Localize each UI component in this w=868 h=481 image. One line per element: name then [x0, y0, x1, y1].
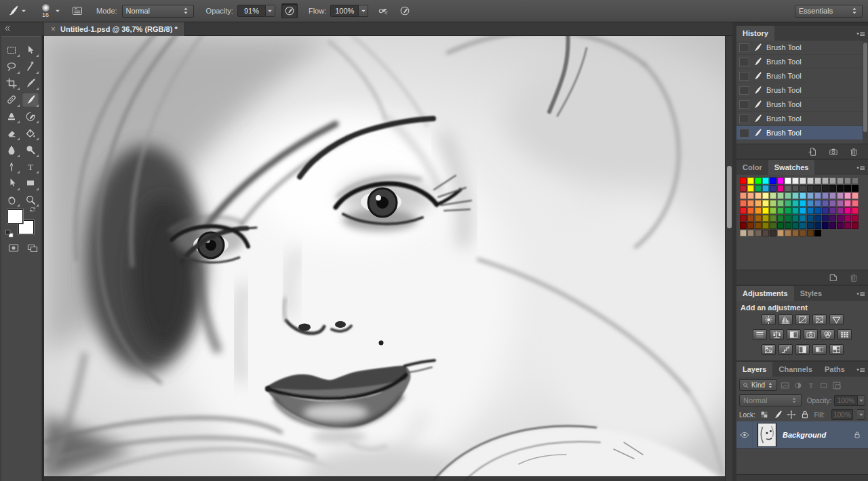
- default-colors-icon[interactable]: [5, 229, 14, 238]
- color-swatch[interactable]: [844, 222, 851, 229]
- color-swatch[interactable]: [807, 215, 814, 222]
- color-swatch[interactable]: [814, 200, 821, 207]
- color-swatch[interactable]: [814, 222, 821, 229]
- type-tool[interactable]: T: [22, 159, 39, 174]
- color-swatch[interactable]: [755, 177, 762, 184]
- delete-state-trash-icon[interactable]: [849, 147, 859, 156]
- panel-menu-icon[interactable]: [856, 366, 865, 375]
- threshold-adjustment-button[interactable]: [795, 344, 810, 355]
- color-swatch[interactable]: [740, 192, 747, 199]
- blur-tool[interactable]: [3, 142, 20, 158]
- delete-swatch-trash-icon[interactable]: [849, 273, 859, 283]
- color-swatch[interactable]: [800, 222, 806, 229]
- color-swatch[interactable]: [837, 185, 844, 192]
- color-swatch[interactable]: [814, 207, 821, 214]
- canvas-artwork[interactable]: [44, 36, 725, 481]
- color-swatch[interactable]: [762, 215, 769, 222]
- color-swatch[interactable]: [785, 207, 791, 214]
- color-swatch[interactable]: [770, 177, 776, 184]
- color-swatch[interactable]: [807, 207, 814, 214]
- color-balance-adjustment-button[interactable]: [770, 329, 784, 340]
- color-swatch[interactable]: [777, 192, 784, 199]
- color-swatch[interactable]: [837, 192, 844, 199]
- new-snapshot-camera-icon[interactable]: [829, 147, 838, 156]
- black-white-adjustment-button[interactable]: [787, 329, 801, 340]
- color-swatch[interactable]: [770, 200, 776, 207]
- color-swatch[interactable]: [792, 177, 799, 184]
- color-swatch[interactable]: [777, 200, 784, 207]
- color-swatch[interactable]: [740, 200, 747, 207]
- dodge-tool[interactable]: [22, 142, 39, 158]
- tab-styles[interactable]: Styles: [794, 286, 828, 301]
- color-swatch[interactable]: [777, 222, 784, 229]
- color-swatch[interactable]: [814, 215, 821, 222]
- color-swatch[interactable]: [800, 185, 806, 192]
- lock-pixels-brush-icon[interactable]: [773, 410, 783, 419]
- color-swatch[interactable]: [852, 222, 859, 229]
- color-swatch[interactable]: [852, 215, 859, 222]
- color-swatch[interactable]: [747, 222, 754, 229]
- gradient-map-adjustment-button[interactable]: [812, 344, 827, 355]
- color-swatch[interactable]: [785, 222, 791, 229]
- color-swatch[interactable]: [829, 215, 836, 222]
- opacity-caret-button[interactable]: [266, 5, 275, 17]
- history-source-checkbox[interactable]: [739, 86, 749, 95]
- color-swatch[interactable]: [829, 177, 836, 184]
- color-swatch[interactable]: [740, 222, 747, 229]
- crop-tool[interactable]: [3, 75, 20, 91]
- history-state-row[interactable]: Brush Tool: [736, 69, 863, 83]
- color-swatch[interactable]: [785, 192, 791, 199]
- color-swatch[interactable]: [829, 192, 836, 199]
- clone-stamp-tool[interactable]: [3, 108, 20, 124]
- tab-paths[interactable]: Paths: [818, 362, 851, 377]
- color-swatch[interactable]: [770, 192, 776, 199]
- posterize-adjustment-button[interactable]: [778, 344, 793, 355]
- curves-adjustment-button[interactable]: [795, 314, 810, 325]
- history-state-row[interactable]: Brush Tool: [736, 98, 863, 112]
- color-swatch[interactable]: [852, 177, 859, 184]
- color-swatch[interactable]: [807, 222, 814, 229]
- color-swatch[interactable]: [814, 230, 821, 236]
- current-tool-preview[interactable]: [7, 5, 27, 17]
- color-swatch[interactable]: [844, 207, 851, 214]
- scrollbar-thumb[interactable]: [727, 166, 732, 228]
- color-swatch[interactable]: [837, 200, 844, 207]
- spot-healing-brush-tool[interactable]: [3, 92, 20, 108]
- color-swatch[interactable]: [792, 200, 799, 207]
- invert-adjustment-button[interactable]: [762, 344, 776, 355]
- tab-history[interactable]: History: [736, 26, 774, 41]
- tab-layers[interactable]: Layers: [736, 362, 772, 377]
- history-state-row[interactable]: Brush Tool: [736, 83, 863, 98]
- path-selection-tool[interactable]: [3, 175, 20, 191]
- color-swatch[interactable]: [800, 215, 806, 222]
- color-swatch[interactable]: [822, 200, 829, 207]
- tablet-pressure-opacity-button[interactable]: [281, 3, 298, 18]
- color-swatch[interactable]: [755, 207, 762, 214]
- layer-opacity-caret[interactable]: [858, 395, 865, 406]
- color-swatch[interactable]: [792, 185, 799, 192]
- rectangular-marquee-tool[interactable]: [3, 42, 20, 58]
- color-swatch[interactable]: [822, 207, 829, 214]
- color-swatch[interactable]: [770, 230, 776, 236]
- history-brush-tool[interactable]: [22, 108, 39, 124]
- eraser-tool[interactable]: [3, 125, 20, 141]
- history-source-checkbox[interactable]: [739, 58, 749, 66]
- lasso-tool[interactable]: [3, 59, 20, 75]
- color-swatch[interactable]: [747, 215, 754, 222]
- tab-color[interactable]: Color: [736, 160, 768, 175]
- color-swatch[interactable]: [740, 177, 747, 184]
- filter-image-layers-icon[interactable]: [781, 381, 790, 390]
- color-swatch[interactable]: [762, 200, 769, 207]
- color-swatch[interactable]: [807, 200, 814, 207]
- color-swatch[interactable]: [800, 207, 806, 214]
- history-source-checkbox[interactable]: [739, 114, 749, 123]
- color-swatch[interactable]: [822, 215, 829, 222]
- color-swatch[interactable]: [852, 200, 859, 207]
- levels-adjustment-button[interactable]: [778, 314, 793, 325]
- brush-preset-caret-icon[interactable]: [54, 7, 61, 14]
- pen-tool[interactable]: [3, 159, 20, 174]
- color-swatch[interactable]: [792, 230, 799, 236]
- brush-preset-picker[interactable]: 16: [37, 4, 54, 18]
- swap-colors-icon[interactable]: [28, 206, 37, 214]
- color-swatch[interactable]: [762, 230, 769, 236]
